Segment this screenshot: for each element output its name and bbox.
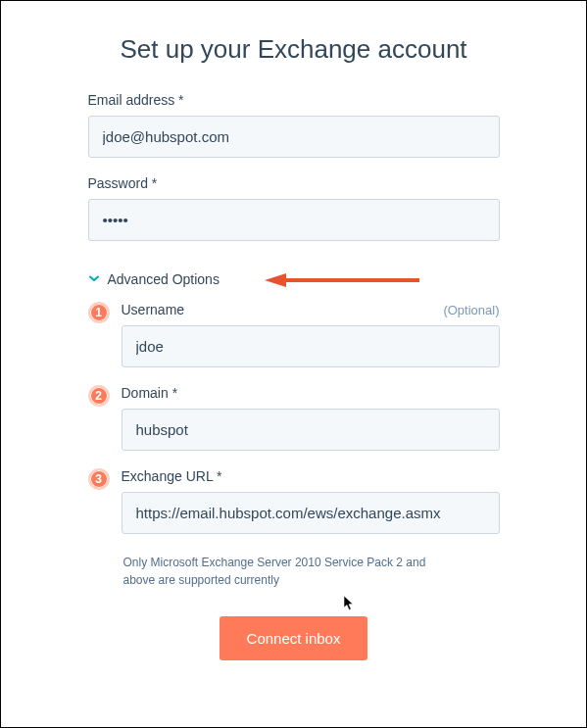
email-label: Email address * <box>88 92 500 108</box>
domain-label: Domain * <box>122 385 500 401</box>
email-input[interactable] <box>88 116 500 158</box>
page-title: Set up your Exchange account <box>88 34 500 65</box>
badge-1: 1 <box>88 302 110 323</box>
exchange-url-input[interactable] <box>122 492 500 534</box>
badge-2: 2 <box>88 385 110 407</box>
username-field-group: 1 Username (Optional) <box>88 302 500 367</box>
annotation-arrow-icon <box>265 272 421 292</box>
domain-field-group: 2 Domain * <box>88 385 500 451</box>
username-label: Username <box>122 302 185 317</box>
help-text: Only Microsoft Exchange Server 2010 Serv… <box>123 554 457 589</box>
badge-3: 3 <box>88 468 110 490</box>
domain-input[interactable] <box>122 409 500 451</box>
email-field-group: Email address * <box>88 92 500 158</box>
chevron-down-icon <box>88 270 100 288</box>
password-label: Password * <box>88 175 500 191</box>
advanced-options-toggle[interactable]: Advanced Options <box>88 270 500 288</box>
exchange-url-field-group: 3 Exchange URL * <box>88 468 500 534</box>
username-optional: (Optional) <box>443 303 499 317</box>
advanced-options-label: Advanced Options <box>108 271 220 287</box>
svg-marker-1 <box>265 273 286 287</box>
username-input[interactable] <box>122 325 500 367</box>
password-field-group: Password * <box>88 175 500 241</box>
connect-inbox-button[interactable]: Connect inbox <box>220 616 368 660</box>
exchange-url-label: Exchange URL * <box>122 468 500 484</box>
password-input[interactable] <box>88 199 500 241</box>
cursor-pointer-icon <box>343 595 357 616</box>
